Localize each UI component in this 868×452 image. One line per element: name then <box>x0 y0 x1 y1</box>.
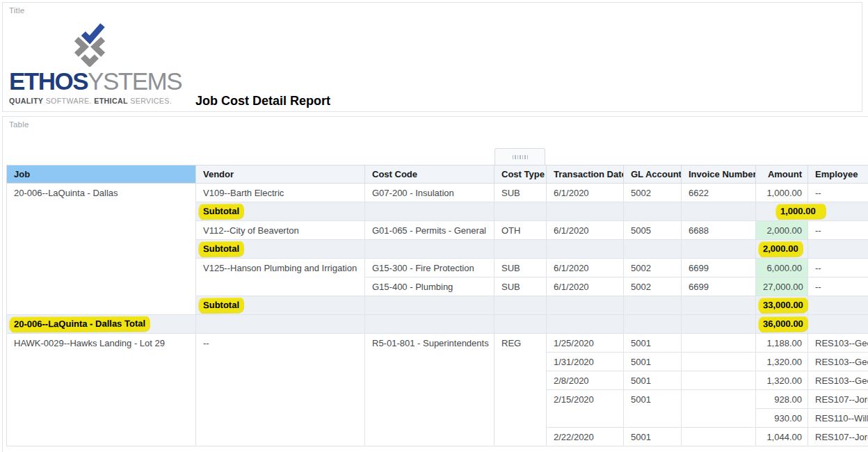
cell-value: 5002 <box>631 263 651 273</box>
cell-value: SUB <box>501 188 520 198</box>
brand-wordmark-ethos: ETHOS <box>9 67 88 95</box>
cell-cost_type <box>495 296 547 315</box>
cell-amount: 1,188.00 <box>756 334 808 353</box>
cell-value: G07-200 - Insulation <box>372 188 454 198</box>
cell-gl_account: 5002 <box>624 277 682 296</box>
cell-amount: 1,000.00 <box>756 202 808 221</box>
cell-cost_code: G07-200 - Insulation <box>365 184 495 202</box>
cell-transaction_date: 2/22/2020 <box>547 428 624 446</box>
cell-vendor: V125--Hanson Plumbing and Irrigation <box>196 259 365 296</box>
highlighted-value: 33,000.00 <box>759 298 807 312</box>
cell-invoice_number <box>682 202 756 221</box>
cell-value: 2,000.00 <box>766 225 802 236</box>
column-header-cost_type[interactable]: Cost Type <box>495 166 547 184</box>
tagline-software: SOFTWARE. <box>46 97 92 105</box>
cell-value: 5001 <box>631 394 651 405</box>
cell-invoice_number: 6699 <box>682 277 756 296</box>
brand-wordmark-ystems: YSTEMS <box>88 67 182 95</box>
cell-value: 6699 <box>689 263 709 273</box>
cell-value: RES103--Geo <box>815 357 868 367</box>
column-drag-handle[interactable] <box>495 148 545 165</box>
cell-employee <box>808 240 868 259</box>
cell-value: 5001 <box>631 357 651 367</box>
cell-gl_account: 5001 <box>624 334 682 353</box>
cell-transaction_date <box>547 240 624 259</box>
cell-invoice_number <box>682 353 756 371</box>
cell-value: 1,000.00 <box>766 188 802 198</box>
cell-job: HAWK-0029--Hawks Landing - Lot 29 <box>7 334 196 446</box>
cell-gl_account: 5001 <box>624 371 682 390</box>
cell-invoice_number <box>682 240 756 259</box>
cell-value: 6/1/2020 <box>554 188 589 198</box>
cell-employee: RES103--Geo <box>808 334 868 353</box>
cell-transaction_date: 2/15/2020 <box>547 390 624 428</box>
cell-value: 6622 <box>689 188 709 198</box>
cell-transaction_date: 1/25/2020 <box>547 334 624 353</box>
column-header-invoice_number[interactable]: Invoice Number <box>682 166 756 184</box>
cell-transaction_date: 6/1/2020 <box>547 221 624 240</box>
cell-value: REG <box>501 338 521 348</box>
column-header-job[interactable]: Job <box>7 166 196 184</box>
cell-gl_account: 5002 <box>624 259 682 277</box>
cell-invoice_number: 6699 <box>682 259 756 277</box>
cell-value: -- <box>815 282 821 292</box>
title-section-label: Title <box>9 6 24 15</box>
cell-value: 5002 <box>631 188 651 198</box>
cell-employee: RES107--Jorg <box>808 390 868 409</box>
cell-invoice_number <box>682 334 756 353</box>
column-header-vendor[interactable]: Vendor <box>196 166 365 184</box>
cell-cost_type: REG <box>495 334 547 446</box>
highlighted-value: 20-006--LaQuinta - Dallas Total <box>10 316 150 331</box>
cell-value: -- <box>815 188 821 198</box>
tagline-services: SERVICES. <box>130 97 172 105</box>
cell-value: V109--Barth Electric <box>203 188 284 198</box>
cell-employee: -- <box>808 184 868 202</box>
column-header-transaction_date[interactable]: Transaction Date <box>547 166 624 184</box>
cell-value: G15-300 - Fire Protection <box>372 263 474 273</box>
cell-value: 5002 <box>631 282 651 292</box>
cell-transaction_date <box>547 202 624 221</box>
cell-invoice_number: 6622 <box>682 184 756 202</box>
cell-value: 1,320.00 <box>766 376 802 386</box>
column-header-gl_account[interactable]: GL Account <box>624 166 682 184</box>
cell-value: RES107--Jorg <box>815 432 868 442</box>
cell-transaction_date <box>547 296 624 315</box>
job-cost-table: JobVendorCost CodeCost TypeTransaction D… <box>6 165 868 446</box>
cell-value: RES103--Geo <box>815 376 868 386</box>
table-section-label: Table <box>9 120 29 129</box>
cell-employee: -- <box>808 259 868 277</box>
cell-value: 5005 <box>631 225 651 236</box>
cell-amount: 930.00 <box>756 409 808 428</box>
ethosystems-logo-icon <box>67 22 113 67</box>
cell-cost_code <box>365 240 495 259</box>
tagline-quality: QUALITY <box>9 97 43 105</box>
column-header-employee[interactable]: Employee <box>808 166 868 184</box>
cell-job: 20-006--LaQuinta - Dallas Total <box>7 315 196 334</box>
column-header-amount[interactable]: Amount <box>756 166 808 184</box>
cell-employee <box>808 315 868 334</box>
tagline-ethical: ETHICAL <box>94 97 128 105</box>
cell-value: 6/1/2020 <box>554 225 589 236</box>
cell-gl_account: 5001 <box>624 353 682 371</box>
cell-value: 928.00 <box>774 394 802 405</box>
cell-cost_type <box>495 315 547 334</box>
cell-value: G01-065 - Permits - General <box>372 225 486 236</box>
table-row: HAWK-0029--Hawks Landing - Lot 29--R5-01… <box>7 334 868 353</box>
cell-vendor: V112--City of Beaverton <box>196 221 365 240</box>
cell-value: OTH <box>501 225 520 236</box>
highlighted-value: 36,000.00 <box>759 317 807 331</box>
cell-vendor: Subtotal <box>196 202 365 221</box>
cell-vendor: Subtotal <box>196 240 365 259</box>
cell-value: RES103--Geo <box>815 338 868 348</box>
cell-amount: 928.00 <box>756 390 808 409</box>
cell-value: 5001 <box>631 338 651 348</box>
cell-value: HAWK-0029--Hawks Landing - Lot 29 <box>14 338 165 348</box>
cell-value: 1,044.00 <box>766 432 802 442</box>
cell-transaction_date: 6/1/2020 <box>547 259 624 277</box>
cell-employee: RES103--Geo <box>808 371 868 390</box>
cell-cost_type: SUB <box>495 277 547 296</box>
cell-job: 20-006--LaQuinta - Dallas <box>7 184 196 315</box>
cell-vendor: Subtotal <box>196 296 365 315</box>
column-header-cost_code[interactable]: Cost Code <box>365 166 495 184</box>
cell-value: 6/1/2020 <box>554 263 589 273</box>
